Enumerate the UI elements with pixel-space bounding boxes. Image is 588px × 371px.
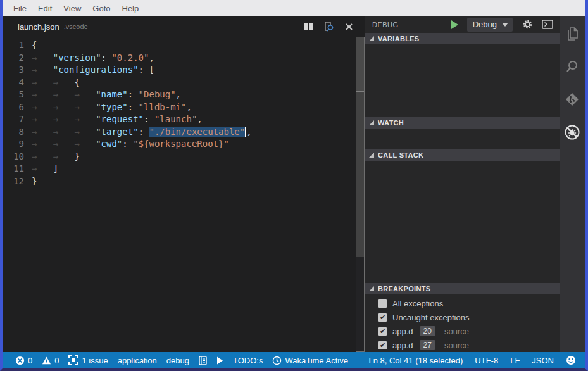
breakpoint-row[interactable]: ✔app.d20source <box>365 324 560 338</box>
breakpoint-checkbox[interactable]: ✔ <box>378 327 387 336</box>
status-label: application <box>118 356 157 365</box>
code-line[interactable]: 6→ → → "type": "lldb-mi", <box>3 101 365 114</box>
line-number[interactable]: 4 <box>3 77 32 89</box>
breakpoint-label: app.d <box>392 341 413 350</box>
line-number[interactable]: 7 <box>3 113 32 126</box>
line-number[interactable]: 9 <box>3 138 32 151</box>
status-application[interactable]: application <box>118 356 157 365</box>
code-line[interactable]: 10→ → } <box>3 151 365 163</box>
issues-icon <box>68 355 78 365</box>
line-number[interactable]: 1 <box>3 39 32 52</box>
code-line[interactable]: 1{ <box>3 39 365 52</box>
status-warnings[interactable]: 0 <box>42 356 59 365</box>
section-body-breakpoints: All exceptions✔Uncaught exceptions✔app.d… <box>365 294 560 352</box>
explorer-icon[interactable] <box>564 25 580 42</box>
debug-off-icon[interactable] <box>564 124 580 141</box>
line-number[interactable]: 3 <box>3 64 32 77</box>
line-content: → → → "request": "launch", <box>32 113 203 126</box>
section-label: CALL STACK <box>378 151 423 159</box>
debug-console-icon[interactable] <box>542 19 553 30</box>
code-line[interactable]: 9→ → → "cwd": "${workspaceRoot}" <box>3 138 365 151</box>
status-language-mode[interactable]: JSON <box>532 356 554 365</box>
status-bar: 001 issueapplicationdebugTODO:sWakaTime … <box>3 352 585 368</box>
open-preview-icon[interactable] <box>323 21 334 32</box>
menu-item-file[interactable]: File <box>8 4 32 13</box>
line-content: → ] <box>32 163 58 175</box>
line-number[interactable]: 6 <box>3 101 32 114</box>
play-icon <box>216 356 223 365</box>
line-number[interactable]: 2 <box>3 52 32 65</box>
breakpoint-checkbox[interactable]: ✔ <box>378 313 387 322</box>
code-line[interactable]: 3→ "configurations": [ <box>3 64 365 77</box>
breakpoint-checkbox[interactable] <box>378 299 387 308</box>
status-issues[interactable]: 1 issue <box>68 355 108 365</box>
tab-launch-json[interactable]: launch.json .vscode <box>3 16 96 37</box>
close-icon[interactable] <box>343 21 354 32</box>
line-content: } <box>32 175 37 188</box>
section-expand-icon <box>369 120 374 125</box>
gear-icon[interactable] <box>522 19 533 30</box>
code-line[interactable]: 4→ → { <box>3 77 365 89</box>
status-label: 0 <box>54 356 59 365</box>
status-todos[interactable]: TODO:s <box>233 356 263 365</box>
status-encoding[interactable]: UTF-8 <box>475 356 498 365</box>
status-cursor-position[interactable]: Ln 8, Col 41 (18 selected) <box>368 356 463 365</box>
section-label: WATCH <box>378 119 404 127</box>
line-content: { <box>32 39 37 52</box>
line-number[interactable]: 8 <box>3 126 32 139</box>
line-number[interactable]: 10 <box>3 151 32 163</box>
line-number[interactable]: 5 <box>3 89 32 101</box>
activity-bar <box>560 16 585 352</box>
breakpoint-checkbox[interactable]: ✔ <box>378 341 387 349</box>
breakpoint-row[interactable]: All exceptions <box>365 296 560 310</box>
breakpoint-label: Uncaught exceptions <box>392 313 469 322</box>
menu-item-goto[interactable]: Goto <box>87 4 116 13</box>
section-header-breakpoints[interactable]: BREAKPOINTS <box>365 283 560 294</box>
code-line[interactable]: 12} <box>3 175 365 188</box>
section-body-call-stack <box>365 161 560 282</box>
clock-icon <box>272 356 282 365</box>
status-feedback[interactable] <box>566 355 576 365</box>
code-line[interactable]: 2→ "version": "0.2.0", <box>3 52 365 65</box>
menu-item-edit[interactable]: Edit <box>32 4 58 13</box>
status-label: LF <box>510 356 520 365</box>
status-wakatime[interactable]: WakaTime Active <box>272 356 347 365</box>
line-number[interactable]: 11 <box>3 163 32 175</box>
status-errors[interactable]: 0 <box>15 356 32 365</box>
menu-item-help[interactable]: Help <box>116 4 145 13</box>
debug-start-icon[interactable] <box>451 20 458 29</box>
workbench: launch.json .vscode 1{2→ "version" <box>3 16 585 352</box>
editor-group: launch.json .vscode 1{2→ "version" <box>3 16 365 352</box>
chevron-down-icon <box>502 23 508 27</box>
debug-config-dropdown[interactable]: Debug <box>467 18 513 32</box>
line-number[interactable]: 12 <box>3 175 32 188</box>
section-expand-icon <box>369 153 374 158</box>
status-run[interactable] <box>216 356 223 365</box>
editor-scrollbar[interactable] <box>356 37 365 352</box>
tab-folder-hint: .vscode <box>64 23 88 30</box>
status-eol[interactable]: LF <box>510 356 520 365</box>
status-label: JSON <box>532 356 554 365</box>
section-header-variables[interactable]: VARIABLES <box>365 33 560 44</box>
code-line[interactable]: 7→ → → "request": "launch", <box>3 113 365 126</box>
breakpoint-row[interactable]: ✔app.d27source <box>365 338 560 352</box>
code-line[interactable]: 5→ → → "name": "Debug", <box>3 89 365 101</box>
code-editor[interactable]: 1{2→ "version": "0.2.0",3→ "configuratio… <box>3 37 365 352</box>
code-line[interactable]: 11→ ] <box>3 163 365 175</box>
debug-panel-title: DEBUG <box>372 21 399 28</box>
scrollbar-slider[interactable] <box>356 37 364 91</box>
section-header-watch[interactable]: WATCH <box>365 117 560 129</box>
status-label: debug <box>166 356 189 365</box>
line-content: → → } <box>32 151 80 163</box>
git-icon[interactable] <box>564 91 580 108</box>
status-notes[interactable] <box>199 356 207 365</box>
breakpoint-row[interactable]: ✔Uncaught exceptions <box>365 310 560 324</box>
split-editor-icon[interactable] <box>303 21 314 32</box>
vscode-window: FileEditViewGotoHelp launch.json .vscode <box>0 0 588 371</box>
code-line[interactable]: 8→ → → "target": "./bin/executable", <box>3 126 365 139</box>
breakpoint-hint: source <box>444 341 469 350</box>
status-debug-config[interactable]: debug <box>166 356 189 365</box>
search-icon[interactable] <box>564 58 580 75</box>
menu-item-view[interactable]: View <box>58 4 87 13</box>
section-header-call-stack[interactable]: CALL STACK <box>365 149 560 161</box>
